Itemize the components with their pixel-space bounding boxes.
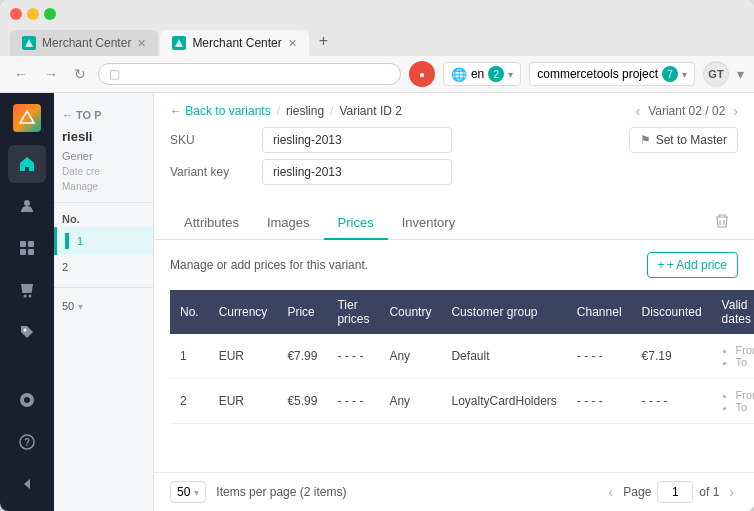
- back-nav-button[interactable]: ←: [10, 64, 32, 84]
- col-currency: Currency: [209, 290, 278, 334]
- svg-point-9: [29, 295, 32, 298]
- sidebar-item-settings[interactable]: [8, 381, 46, 419]
- cell-currency-2: EUR: [209, 379, 278, 424]
- browser-window: Merchant Center ✕ Merchant Center ✕ + ← …: [0, 0, 754, 511]
- breadcrumb-middle: riesling: [286, 104, 324, 118]
- sidebar-item-home[interactable]: [8, 145, 46, 183]
- valid-from-1: From: [736, 344, 754, 356]
- tab-favicon-1: [22, 36, 36, 50]
- maximize-button[interactable]: [44, 8, 56, 20]
- delete-button[interactable]: [706, 209, 738, 237]
- tab-favicon-2: [172, 36, 186, 50]
- cell-customer-group-1[interactable]: Default: [441, 334, 566, 379]
- browser-titlebar: Merchant Center ✕ Merchant Center ✕ +: [0, 0, 754, 56]
- per-page-value: 50: [177, 485, 190, 499]
- browser-tab-1[interactable]: Merchant Center ✕: [10, 30, 158, 56]
- cell-customer-group-2[interactable]: LoyaltyCardHolders: [441, 379, 566, 424]
- prices-table: No. Currency Price Tier prices Country C…: [170, 290, 754, 424]
- set-master-button[interactable]: ⚑ Set to Master: [629, 127, 738, 153]
- mini-panel-section: Gener: [54, 148, 153, 164]
- notification-icon[interactable]: ●: [409, 61, 435, 87]
- variant-key-input[interactable]: [262, 159, 452, 185]
- mini-panel: ← To P riesli Gener Date cre Manage No. …: [54, 93, 154, 511]
- cell-country-1: Any: [379, 334, 441, 379]
- tab-prices[interactable]: Prices: [324, 207, 388, 240]
- project-badge: 7: [662, 66, 678, 82]
- sidebar-item-orders[interactable]: [8, 271, 46, 309]
- svg-rect-6: [20, 249, 26, 255]
- table-row: 2 EUR €5.99 - - - - Any LoyaltyCardHolde…: [170, 379, 754, 424]
- svg-rect-4: [20, 241, 26, 247]
- col-price: Price: [277, 290, 327, 334]
- col-tier: Tier prices: [327, 290, 379, 334]
- cell-price-1: €7.99: [277, 334, 327, 379]
- content-area: Manage or add prices for this variant. +…: [154, 240, 754, 472]
- tab-close-2[interactable]: ✕: [288, 37, 297, 50]
- add-price-button[interactable]: + + Add price: [647, 252, 738, 278]
- svg-marker-2: [20, 111, 34, 123]
- sidebar-item-products[interactable]: [8, 229, 46, 267]
- back-to-variants-link[interactable]: ← Back to variants: [170, 104, 271, 118]
- sidebar-icons: ?: [0, 93, 54, 511]
- cell-no-1: 1: [170, 334, 209, 379]
- mini-panel-item-1[interactable]: 1: [54, 227, 153, 255]
- reload-button[interactable]: ↻: [70, 64, 90, 84]
- logo-box: [13, 104, 41, 132]
- page-label: Page: [623, 485, 651, 499]
- sidebar-item-tags[interactable]: [8, 313, 46, 351]
- breadcrumb-bar: ← Back to variants / riesling / Variant …: [154, 93, 754, 119]
- pagination-bar: 50 ▾ Items per page (2 items) ‹ Page of …: [154, 472, 754, 511]
- sidebar-item-collapse[interactable]: [8, 465, 46, 503]
- table-row: 1 EUR €7.99 - - - - Any Default - - - - …: [170, 334, 754, 379]
- page-number-input[interactable]: [657, 481, 693, 503]
- forward-nav-button[interactable]: →: [40, 64, 62, 84]
- per-page-chevron-icon: ▾: [194, 487, 199, 498]
- col-valid-dates: Valid dates: [712, 290, 754, 334]
- close-button[interactable]: [10, 8, 22, 20]
- col-country: Country: [379, 290, 441, 334]
- cell-discounted-2: - - - -: [632, 379, 712, 424]
- minimize-button[interactable]: [27, 8, 39, 20]
- tab-inventory[interactable]: Inventory: [388, 207, 469, 240]
- sku-input[interactable]: [262, 127, 452, 153]
- tab-images[interactable]: Images: [253, 207, 324, 240]
- prev-variant-button[interactable]: ‹: [635, 103, 640, 119]
- lang-chevron-icon: ▾: [508, 69, 513, 80]
- tabs-nav: Attributes Images Prices Inventory: [154, 199, 754, 240]
- tab-close-1[interactable]: ✕: [137, 37, 146, 50]
- address-bar[interactable]: ▢: [98, 63, 401, 85]
- mini-panel-item-2[interactable]: 2: [54, 255, 153, 279]
- main-content: ← Back to variants / riesling / Variant …: [154, 93, 754, 511]
- project-chevron-icon: ▾: [682, 69, 687, 80]
- next-variant-button[interactable]: ›: [733, 103, 738, 119]
- next-page-button[interactable]: ›: [725, 482, 738, 502]
- svg-point-3: [24, 200, 30, 206]
- user-avatar[interactable]: GT: [703, 61, 729, 87]
- language-selector[interactable]: 🌐 en 2 ▾: [443, 62, 521, 86]
- cell-valid-dates-2: From To: [712, 379, 754, 424]
- variant-navigator: ‹ Variant 02 / 02 ›: [635, 103, 738, 119]
- col-channel: Channel: [567, 290, 632, 334]
- per-page-selector[interactable]: 50 ▾: [170, 481, 206, 503]
- svg-point-10: [24, 329, 27, 332]
- prev-page-button[interactable]: ‹: [605, 482, 618, 502]
- cell-country-2: Any: [379, 379, 441, 424]
- pagination-right: ‹ Page of 1 ›: [605, 481, 738, 503]
- col-no: No.: [170, 290, 209, 334]
- product-info: SKU Variant key ⚑ Set to Master: [154, 119, 754, 199]
- app-logo[interactable]: [10, 101, 44, 135]
- valid-from-2: From: [736, 389, 754, 401]
- project-selector[interactable]: commercetools project 7 ▾: [529, 62, 695, 86]
- tab-attributes[interactable]: Attributes: [170, 207, 253, 240]
- tab-label-2: Merchant Center: [192, 36, 281, 50]
- sku-label: SKU: [170, 133, 250, 147]
- browser-tab-2[interactable]: Merchant Center ✕: [160, 30, 308, 56]
- sidebar-item-users[interactable]: [8, 187, 46, 225]
- sidebar-item-help[interactable]: ?: [8, 423, 46, 461]
- sku-row: SKU: [170, 127, 452, 153]
- total-pages-label: of 1: [699, 485, 719, 499]
- menu-icon[interactable]: ▾: [737, 66, 744, 82]
- per-page-mini[interactable]: 50 ▾: [54, 296, 153, 316]
- new-tab-button[interactable]: +: [311, 26, 336, 56]
- valid-to-1: To: [736, 356, 754, 368]
